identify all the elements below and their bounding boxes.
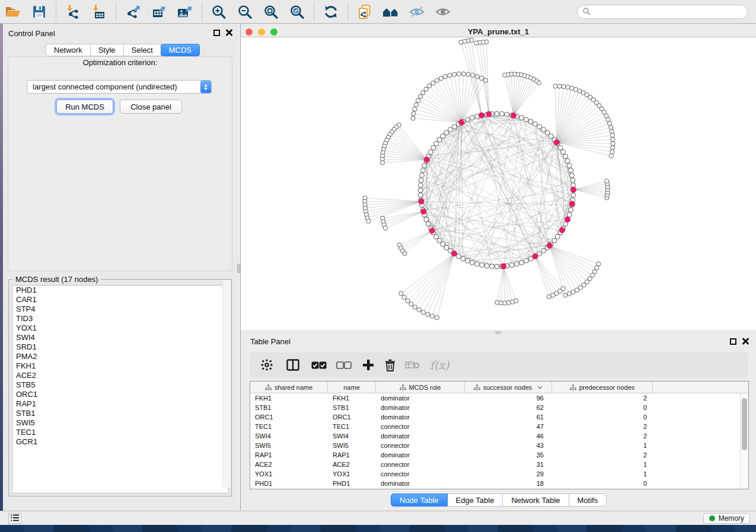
export-table-button[interactable] (149, 2, 169, 21)
cell-shared-name: SWI4 (250, 432, 328, 440)
mcds-result-item[interactable]: STB1 (12, 409, 228, 418)
column-header-name[interactable]: name (328, 382, 376, 393)
table-row[interactable]: ORC1ORC1dominator610 (250, 412, 748, 422)
table-row[interactable]: STB1STB1dominator620 (250, 403, 748, 412)
mcds-result-item[interactable]: PHD1 (12, 286, 228, 295)
import-table-icon (91, 4, 107, 20)
export-image-button[interactable] (175, 2, 195, 21)
network-view-canvas[interactable] (241, 37, 756, 330)
task-history-button[interactable] (8, 513, 21, 524)
column-header-predecessor-nodes[interactable]: predecessor nodes (552, 382, 653, 393)
network-graph[interactable] (241, 37, 756, 330)
table-settings-button[interactable] (260, 358, 273, 371)
column-header-shared-name[interactable]: shared name (250, 382, 328, 393)
export-network-button[interactable] (123, 2, 143, 21)
table-scrollbar-thumb[interactable] (742, 398, 747, 450)
zoom-selected-button[interactable] (287, 2, 307, 21)
table-row[interactable]: RAP1RAP1dominator352 (250, 450, 748, 460)
splitter-grip[interactable] (495, 331, 501, 334)
mcds-result-item[interactable]: RAP1 (12, 399, 228, 409)
search-input[interactable] (591, 8, 742, 16)
mcds-result-item[interactable]: FKH1 (12, 361, 228, 371)
mcds-result-item[interactable]: YOX1 (12, 323, 228, 333)
memory-status-icon (709, 515, 715, 521)
cell-MCDS-role: connector (376, 470, 465, 477)
network-window-titlebar[interactable]: YPA_prune.txt_1 (241, 26, 756, 37)
tab-select[interactable]: Select (123, 44, 161, 56)
table-row[interactable]: ACE2ACE2connector311 (250, 460, 748, 469)
float-panel-icon[interactable] (730, 338, 736, 345)
panel-splitter-horizontal[interactable] (241, 330, 756, 335)
control-panel: Control Panel Network Style Select MCDS … (3, 24, 237, 511)
mcds-result-item[interactable]: TID3 (12, 314, 228, 323)
apply-layout-button[interactable] (321, 2, 341, 21)
mcds-result-item[interactable]: STP4 (12, 305, 228, 314)
tab-network-table[interactable]: Network Table (502, 493, 569, 507)
import-network-button[interactable] (63, 2, 83, 21)
tab-node-table[interactable]: Node Table (391, 493, 448, 507)
mcds-result-item[interactable]: TEC1 (12, 428, 228, 437)
clear-table-button[interactable] (405, 360, 420, 370)
export-image-icon (177, 4, 193, 20)
tab-edge-table[interactable]: Edge Table (447, 493, 503, 507)
table-scrollbar[interactable] (740, 393, 748, 489)
mcds-result-item[interactable]: PMA2 (12, 352, 228, 361)
cell-name: PHD1 (328, 480, 376, 487)
mcds-result-item[interactable]: STB5 (12, 380, 228, 390)
open-session-button[interactable] (3, 2, 23, 21)
node-table[interactable]: shared namenameMCDS rolesuccessor nodesp… (250, 381, 749, 489)
mcds-result-item[interactable]: SWI4 (12, 333, 228, 342)
import-table-button[interactable] (89, 2, 109, 21)
select-all-button[interactable] (311, 361, 327, 369)
first-neighbors-button[interactable] (381, 2, 401, 21)
tab-motifs[interactable]: Motifs (569, 493, 607, 507)
deselect-all-button[interactable] (336, 361, 352, 369)
mcds-result-item[interactable]: ORC1 (12, 390, 228, 399)
table-row[interactable]: SWI5SWI5connector431 (250, 441, 748, 450)
table-row[interactable]: PHD1PHD1dominator180 (250, 479, 748, 488)
column-header-MCDS-role[interactable]: MCDS role (376, 382, 465, 393)
mcds-result-item[interactable]: GCR1 (12, 437, 228, 447)
zoom-in-button[interactable] (209, 2, 229, 21)
delete-column-button[interactable] (385, 359, 395, 371)
show-all-button[interactable] (433, 2, 453, 21)
cell-name: RAP1 (328, 451, 376, 459)
tab-network[interactable]: Network (46, 44, 91, 56)
mcds-result-item[interactable]: SWI5 (12, 418, 228, 428)
table-row[interactable]: FKH1FKH1dominator962 (250, 393, 748, 403)
cell-MCDS-role: connector (376, 423, 465, 430)
save-session-button[interactable] (29, 2, 49, 21)
cell-name: ORC1 (328, 414, 376, 421)
search-field[interactable] (577, 5, 748, 19)
run-mcds-button[interactable]: Run MCDS (56, 100, 113, 114)
tab-style[interactable]: Style (90, 44, 124, 56)
zoom-out-button[interactable] (235, 2, 255, 21)
table-row[interactable]: YOX1YOX1connector291 (250, 469, 748, 479)
mcds-list-scrollbar[interactable] (222, 280, 231, 488)
function-builder-button[interactable]: f(x) (430, 358, 449, 371)
mcds-result-item[interactable]: SRD1 (12, 342, 228, 352)
table-row[interactable]: SWI4SWI4dominator462 (250, 431, 748, 441)
memory-button[interactable]: Memory (703, 513, 750, 524)
new-network-from-selection-button[interactable] (355, 2, 375, 21)
column-header-successor-nodes[interactable]: successor nodes (465, 382, 552, 393)
float-panel-icon[interactable] (213, 30, 220, 36)
cell-name: ACE2 (328, 461, 376, 468)
split-view-button[interactable] (286, 359, 299, 371)
mcds-result-item[interactable]: ACE2 (12, 371, 228, 380)
column-header-filler (653, 382, 748, 393)
eye-icon (435, 5, 451, 19)
close-panel-icon[interactable] (742, 338, 749, 345)
splitter-grip[interactable] (237, 264, 240, 273)
table-row[interactable]: TEC1TEC1connector472 (250, 422, 748, 431)
zoom-fit-button[interactable] (261, 2, 281, 21)
add-column-button[interactable] (362, 359, 374, 371)
close-panel-icon[interactable] (225, 29, 232, 36)
mcds-result-item[interactable]: CAR1 (12, 295, 228, 305)
hide-selected-button[interactable] (407, 2, 427, 21)
cell-predecessor-nodes: 0 (552, 404, 653, 411)
criterion-select[interactable]: largest connected component (undirected) (27, 80, 212, 94)
tab-mcds[interactable]: MCDS (161, 44, 200, 56)
mcds-result-list[interactable]: PHD1CAR1STP4TID3YOX1SWI4SRD1PMA2FKH1ACE2… (12, 285, 229, 493)
close-panel-button[interactable]: Close panel (120, 100, 182, 114)
